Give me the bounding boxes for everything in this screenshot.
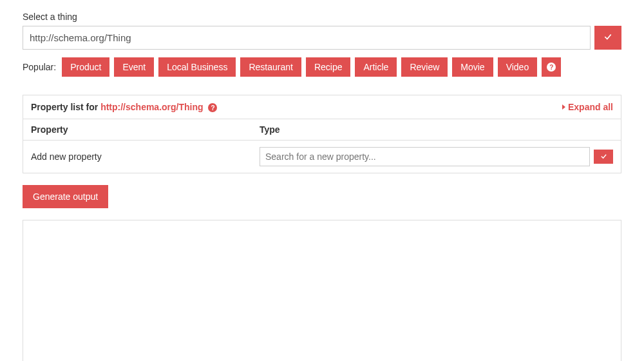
popular-product[interactable]: Product — [62, 57, 109, 77]
panel-header: Property list for http://schema.org/Thin… — [23, 95, 621, 119]
popular-video[interactable]: Video — [498, 57, 538, 77]
popular-row: Popular: Product Event Local Business Re… — [23, 57, 621, 77]
popular-label: Popular: — [23, 62, 56, 72]
add-property-input-wrap — [260, 147, 613, 166]
popular-review[interactable]: Review — [401, 57, 448, 77]
property-panel: Property list for http://schema.org/Thin… — [23, 95, 621, 173]
chevron-right-icon — [562, 104, 565, 110]
popular-event[interactable]: Event — [114, 57, 154, 77]
popular-restaurant[interactable]: Restaurant — [240, 57, 301, 77]
select-label: Select a thing — [23, 12, 621, 22]
panel-help-icon[interactable]: ? — [208, 103, 217, 112]
popular-help-button[interactable]: ? — [542, 57, 561, 77]
confirm-thing-button[interactable] — [594, 26, 621, 50]
add-property-confirm-button[interactable] — [594, 150, 613, 164]
popular-recipe[interactable]: Recipe — [306, 57, 351, 77]
panel-title-prefix: Property list for — [31, 102, 100, 112]
select-row — [23, 26, 621, 50]
panel-title: Property list for http://schema.org/Thin… — [31, 102, 217, 112]
add-property-row: Add new property — [23, 141, 621, 173]
popular-article[interactable]: Article — [355, 57, 397, 77]
generate-output-button[interactable]: Generate output — [23, 185, 108, 208]
panel-title-link[interactable]: http://schema.org/Thing — [100, 102, 203, 112]
help-icon: ? — [547, 63, 556, 72]
col-property: Property — [31, 124, 260, 135]
output-box — [23, 220, 621, 361]
col-type: Type — [260, 124, 613, 135]
table-header: Property Type — [23, 119, 621, 141]
check-icon — [600, 152, 607, 162]
check-icon — [603, 32, 612, 43]
popular-local-business[interactable]: Local Business — [158, 57, 236, 77]
expand-all-button[interactable]: Expand all — [562, 102, 613, 112]
thing-input[interactable] — [23, 26, 591, 50]
property-search-input[interactable] — [260, 147, 590, 166]
popular-movie[interactable]: Movie — [452, 57, 493, 77]
add-property-label: Add new property — [31, 151, 260, 162]
expand-all-label: Expand all — [568, 102, 613, 112]
